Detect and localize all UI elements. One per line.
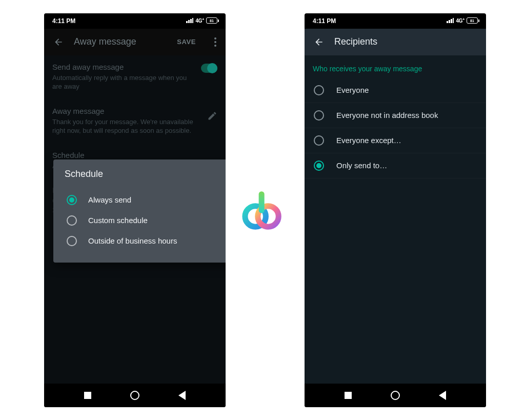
radio-label: Outside of business hours — [88, 236, 177, 245]
recipient-option-everyone[interactable]: Everyone — [305, 78, 486, 103]
signal-icon — [186, 18, 193, 23]
back-icon[interactable] — [52, 36, 65, 48]
nav-home-icon[interactable] — [130, 391, 139, 400]
away-message-row[interactable]: Away message Thank you for your message.… — [44, 99, 226, 144]
radio-icon — [67, 195, 77, 205]
schedule-option-outside[interactable]: Outside of business hours — [65, 231, 224, 251]
send-away-row[interactable]: Send away message Automatically reply wi… — [44, 55, 226, 99]
app-bar: Away message SAVE — [44, 29, 226, 55]
content-area: Who receives your away message Everyone … — [305, 55, 486, 384]
status-bar: 4:11 PM 4G+ 81 — [44, 13, 226, 29]
back-icon[interactable] — [313, 36, 325, 48]
nav-back-icon[interactable] — [439, 391, 446, 400]
radio-icon — [314, 135, 324, 146]
send-away-title: Send away message — [52, 63, 195, 71]
radio-label: Always send — [88, 195, 131, 204]
schedule-modal-title: Schedule — [65, 169, 224, 179]
nav-back-icon[interactable] — [178, 391, 186, 400]
center-brand-logo — [239, 187, 286, 234]
send-away-toggle[interactable] — [201, 64, 217, 73]
more-icon[interactable] — [209, 36, 221, 48]
send-away-sub: Automatically reply with a message when … — [52, 73, 195, 91]
app-bar: Recipients — [305, 29, 486, 55]
svg-rect-2 — [259, 191, 265, 213]
radio-icon — [67, 215, 77, 226]
save-button[interactable]: SAVE — [173, 38, 200, 46]
app-title: Recipients — [334, 36, 482, 47]
away-message-title: Away message — [52, 107, 201, 115]
status-time: 4:11 PM — [313, 17, 336, 25]
radio-icon — [314, 85, 324, 95]
radio-icon — [314, 161, 324, 171]
battery-icon: 81 — [206, 17, 217, 24]
recipient-option-everyone-except[interactable]: Everyone except… — [305, 128, 486, 153]
network-type: 4G+ — [456, 17, 465, 24]
app-title: Away message — [74, 36, 164, 47]
schedule-modal: Schedule Always send Custom schedule Out… — [53, 159, 226, 263]
away-message-text: Thank you for your message. We're unavai… — [52, 117, 201, 135]
schedule-title: Schedule — [52, 151, 217, 159]
nav-home-icon[interactable] — [391, 391, 400, 400]
network-type: 4G+ — [195, 17, 204, 24]
recipient-option-only-send-to[interactable]: Only send to… — [305, 153, 486, 178]
phone-recipients: 4:11 PM 4G+ 81 Recipients Who receives y… — [305, 13, 486, 407]
edit-icon[interactable] — [207, 111, 217, 121]
radio-label: Everyone — [336, 86, 369, 94]
radio-label: Everyone except… — [336, 136, 401, 145]
nav-recents-icon[interactable] — [345, 392, 352, 399]
radio-icon — [67, 236, 77, 246]
android-navbar — [44, 384, 226, 407]
schedule-option-always[interactable]: Always send — [65, 190, 224, 210]
radio-icon — [314, 110, 324, 121]
radio-label: Everyone not in address book — [336, 111, 438, 119]
battery-icon: 81 — [467, 17, 478, 24]
radio-label: Custom schedule — [88, 216, 148, 225]
status-time: 4:11 PM — [52, 17, 75, 25]
nav-recents-icon[interactable] — [84, 392, 91, 399]
recipients-section-header: Who receives your away message — [305, 65, 486, 78]
recipient-option-not-in-book[interactable]: Everyone not in address book — [305, 103, 486, 128]
radio-label: Only send to… — [336, 161, 387, 170]
android-navbar — [305, 384, 486, 407]
signal-icon — [447, 18, 454, 23]
schedule-option-custom[interactable]: Custom schedule — [65, 210, 224, 231]
status-bar: 4:11 PM 4G+ 81 — [305, 13, 486, 29]
phone-away-message: 4:11 PM 4G+ 81 Away message SAVE Send aw… — [44, 13, 226, 407]
